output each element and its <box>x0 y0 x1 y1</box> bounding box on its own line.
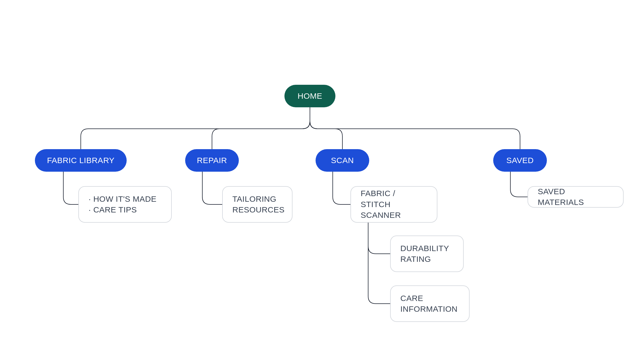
leaf-text: FABRIC / STITCH SCANNER <box>361 188 427 221</box>
node-fabric-library: FABRIC LIBRARY <box>35 149 127 172</box>
sitemap-canvas: HOME FABRIC LIBRARY REPAIR SCAN SAVED · … <box>0 0 644 338</box>
leaf-text: CARE INFORMATION <box>400 293 458 315</box>
leaf-text: DURABILITY RATING <box>400 243 449 265</box>
node-label: SCAN <box>331 156 354 165</box>
leaf-scan-scanner: FABRIC / STITCH SCANNER <box>350 186 437 223</box>
node-scan: SCAN <box>316 149 369 172</box>
leaf-scan-durability: DURABILITY RATING <box>390 236 464 272</box>
leaf-scan-care: CARE INFORMATION <box>390 285 470 322</box>
node-label: HOME <box>298 91 322 101</box>
leaf-repair-details: TAILORING RESOURCES <box>222 186 292 223</box>
node-label: REPAIR <box>197 156 227 165</box>
leaf-text: TAILORING RESOURCES <box>232 194 285 215</box>
node-saved: SAVED <box>493 149 547 172</box>
node-home: HOME <box>284 85 335 107</box>
node-label: SAVED <box>506 156 534 165</box>
node-label: FABRIC LIBRARY <box>47 156 115 165</box>
leaf-saved-materials: SAVED MATERIALS <box>528 186 624 208</box>
leaf-fabric-library-details: · HOW IT'S MADE · CARE TIPS <box>78 186 172 223</box>
node-repair: REPAIR <box>185 149 239 172</box>
leaf-text: SAVED MATERIALS <box>538 186 613 208</box>
leaf-text: · HOW IT'S MADE · CARE TIPS <box>89 194 156 215</box>
